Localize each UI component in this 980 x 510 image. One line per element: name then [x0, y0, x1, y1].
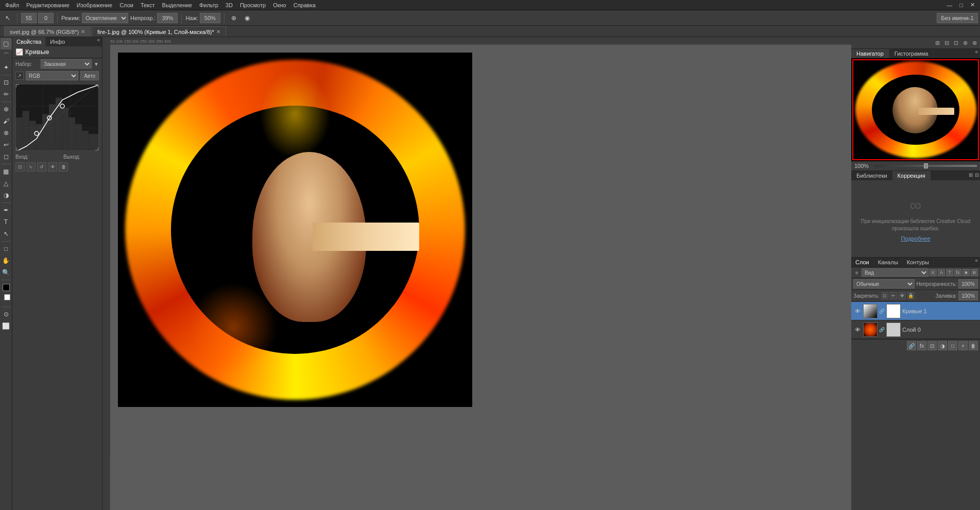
tool-eyedropper[interactable]: ✏: [1, 89, 12, 100]
layers-tool-effect[interactable]: fx: [954, 269, 961, 276]
menu-filter[interactable]: Фильтр: [196, 1, 221, 9]
panel-icon-1[interactable]: ⊞: [933, 38, 942, 47]
layers-new-btn[interactable]: +: [958, 341, 968, 350]
tab-svet-close[interactable]: ✕: [81, 29, 85, 35]
menu-layers[interactable]: Слои: [116, 1, 136, 9]
layers-tool-smart[interactable]: ⊕: [971, 269, 978, 276]
opacity-input[interactable]: [958, 279, 978, 288]
auto-btn[interactable]: Авто: [80, 71, 99, 80]
panel-icon-4[interactable]: ⊕: [960, 38, 970, 47]
preset-select[interactable]: Заказная: [41, 59, 92, 69]
tool-icon-move[interactable]: ↖: [2, 12, 13, 24]
tab-histogram[interactable]: Гистограмма: [889, 49, 934, 58]
background-color[interactable]: [1, 294, 12, 305]
tool-brush[interactable]: 🖌: [1, 115, 12, 127]
tab-info[interactable]: Инфо: [46, 37, 70, 46]
tool-dodge[interactable]: ◑: [1, 190, 12, 201]
window-maximize[interactable]: □: [956, 1, 966, 9]
curves-tool-reset[interactable]: ↺: [37, 162, 46, 172]
panel-icon-2[interactable]: ⊟: [942, 38, 951, 47]
tab-paths[interactable]: Контуры: [903, 258, 934, 267]
tool-clone[interactable]: ⊗: [1, 127, 12, 139]
tab-correction[interactable]: Коррекция: [892, 171, 931, 180]
curves-tool-eye[interactable]: 👁: [48, 162, 57, 172]
lock-transparent-btn[interactable]: ⊡: [881, 292, 888, 299]
airbrush-btn[interactable]: ⊕: [228, 12, 239, 24]
tool-magic-wand[interactable]: ✦: [1, 62, 12, 73]
menu-file[interactable]: Файл: [2, 1, 22, 9]
layers-delete-btn[interactable]: 🗑: [969, 341, 978, 350]
tool-hand[interactable]: ✋: [1, 255, 12, 266]
navigator-preview[interactable]: [851, 58, 980, 161]
layer-curves-visibility[interactable]: 👁: [853, 307, 862, 315]
tab-properties[interactable]: Свойства: [12, 37, 46, 46]
tool-shape[interactable]: □: [1, 243, 12, 254]
layers-tool-color[interactable]: ■: [962, 269, 970, 276]
lock-all-btn[interactable]: 🔒: [907, 292, 915, 299]
blend-mode-select[interactable]: Обычные: [853, 279, 915, 288]
libraries-more-link[interactable]: Подробнее: [901, 235, 930, 242]
panel-icon-3[interactable]: ⊡: [951, 38, 960, 47]
opacity-input[interactable]: [157, 13, 178, 23]
tool-eraser[interactable]: ◻: [1, 151, 12, 162]
tablet-btn[interactable]: ◉: [242, 12, 253, 24]
layers-collapse[interactable]: «: [973, 258, 980, 267]
tab-fire-close[interactable]: ✕: [216, 29, 220, 35]
tool-selection[interactable]: ▢: [1, 38, 12, 49]
window-close[interactable]: ✕: [967, 1, 978, 9]
tool-text[interactable]: T: [1, 216, 12, 228]
layer-0-visibility[interactable]: 👁: [853, 326, 862, 334]
layers-filter-select[interactable]: Вид: [862, 268, 929, 277]
tab-layers[interactable]: Слои: [851, 258, 874, 267]
zoom-slider-handle[interactable]: [924, 163, 928, 168]
menu-edit[interactable]: Редактирование: [23, 1, 73, 9]
layers-tool-text[interactable]: T: [946, 269, 953, 276]
menu-select[interactable]: Выделение: [159, 1, 195, 9]
tool-path-select[interactable]: ↖: [1, 228, 12, 240]
tab-svet[interactable]: svet.jpg @ 66.7% (RGB/8*) ✕: [4, 26, 91, 37]
quick-mask-btn[interactable]: ⊙: [1, 309, 12, 320]
brush-hardness-input[interactable]: [38, 13, 54, 23]
menu-window[interactable]: Окно: [270, 1, 289, 9]
channel-select[interactable]: RGB: [26, 71, 78, 80]
canvas-scroll[interactable]: [110, 45, 851, 510]
menu-view[interactable]: Просмотр: [237, 1, 269, 9]
panel-icon-5[interactable]: ⊗: [970, 38, 979, 47]
layers-adjustment-btn[interactable]: ◑: [938, 341, 947, 350]
tab-fire[interactable]: fire-1.jpg @ 100% (Кривые 1, Слой-маска/…: [92, 26, 226, 37]
tool-pen[interactable]: ✒: [1, 205, 12, 216]
preset-menu-btn[interactable]: ▼: [94, 61, 99, 67]
menu-help[interactable]: Справка: [290, 1, 319, 9]
layer-item-curves[interactable]: 👁 🔗 Кривые 1: [851, 302, 980, 320]
properties-collapse[interactable]: «: [95, 37, 102, 46]
layers-mask-btn[interactable]: ⊡: [927, 341, 937, 350]
tool-history-brush[interactable]: ↩: [1, 139, 12, 150]
curves-tool-delete[interactable]: 🗑: [59, 162, 68, 172]
layers-tool-kind[interactable]: K: [930, 269, 937, 276]
channel-eyedropper-btn[interactable]: ↗: [15, 72, 24, 80]
canvas[interactable]: [118, 53, 472, 407]
layers-fx-btn[interactable]: fx: [917, 341, 926, 350]
layers-group-btn[interactable]: □: [948, 341, 957, 350]
tool-lasso[interactable]: ⌒: [1, 50, 12, 61]
curves-tool-draw[interactable]: ⊡: [15, 162, 25, 172]
tab-navigator[interactable]: Навигатор: [851, 49, 889, 58]
menu-3d[interactable]: 3D: [222, 1, 236, 9]
tool-zoom[interactable]: 🔍: [1, 267, 12, 278]
brush-size-input[interactable]: [21, 13, 37, 23]
tool-gradient[interactable]: ▦: [1, 166, 12, 177]
correction-icon-2[interactable]: ⊟: [974, 171, 980, 180]
navigator-collapse[interactable]: «: [973, 49, 980, 58]
screen-mode-btn[interactable]: ⬜: [1, 320, 12, 332]
layer-item-layer0[interactable]: 👁 🔗 Слой 0: [851, 320, 980, 339]
window-minimize[interactable]: —: [943, 1, 955, 9]
fill-input[interactable]: [958, 291, 978, 300]
curves-tool-smooth[interactable]: ∿: [26, 162, 36, 172]
menu-image[interactable]: Изображение: [74, 1, 115, 9]
tool-crop[interactable]: ⊡: [1, 77, 12, 88]
curves-graph[interactable]: [15, 84, 99, 151]
layers-tool-adjustment[interactable]: A: [938, 269, 945, 276]
flow-input[interactable]: [200, 13, 220, 23]
layers-link-btn[interactable]: 🔗: [907, 341, 916, 350]
menu-text[interactable]: Текст: [137, 1, 158, 9]
